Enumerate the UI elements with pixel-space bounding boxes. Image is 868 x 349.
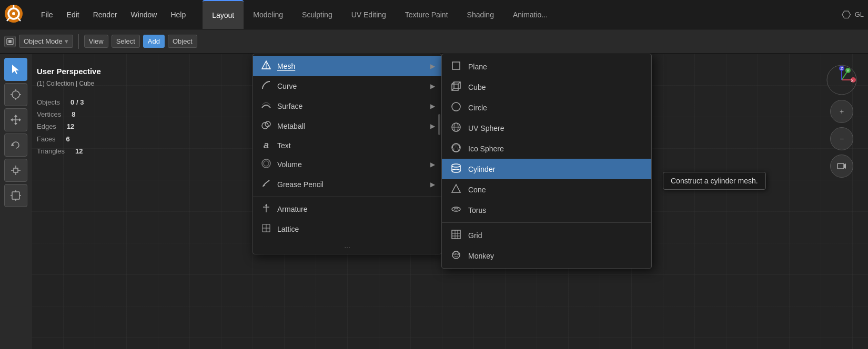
metaball-label: Metaball <box>277 122 305 130</box>
submenu-item-uv-sphere[interactable]: UV Sphere <box>442 118 651 138</box>
menu-item-surface[interactable]: Surface ▶ <box>253 96 441 116</box>
tab-layout[interactable]: Layout <box>203 0 244 29</box>
svg-point-73 <box>452 143 460 152</box>
svg-point-80 <box>452 169 460 172</box>
text-label: Text <box>277 141 291 150</box>
volume-arrow: ▶ <box>430 161 435 168</box>
lattice-label: Lattice <box>277 225 299 233</box>
tab-texture-paint[interactable]: Texture Paint <box>396 0 458 29</box>
curve-icon <box>260 80 272 93</box>
select-button[interactable]: Select <box>112 35 140 48</box>
tab-sculpting[interactable]: Sculpting <box>292 0 342 29</box>
menu-item-curve[interactable]: Curve ▶ <box>253 76 441 96</box>
faces-value: 6 <box>66 133 69 145</box>
menu-item-lattice[interactable]: Lattice <box>253 219 441 239</box>
tab-modeling[interactable]: Modeling <box>244 0 292 29</box>
uv-sphere-label: UV Sphere <box>468 124 504 132</box>
submenu-item-cylinder[interactable]: Cylinder <box>442 159 651 179</box>
add-button[interactable]: Add <box>143 35 165 48</box>
svg-marker-21 <box>19 118 21 121</box>
submenu-item-ico-sphere[interactable]: Ico Sphere <box>442 138 651 159</box>
tool-rotate[interactable] <box>4 134 27 157</box>
cone-label: Cone <box>468 186 486 194</box>
tool-scale[interactable] <box>4 159 27 182</box>
volume-label: Volume <box>277 160 302 169</box>
svg-point-83 <box>454 208 458 210</box>
stats-objects: Objects 0 / 3 <box>37 96 101 108</box>
select-label: Select <box>116 37 135 45</box>
viewport[interactable]: User Perspective (1) Collection | Cube O… <box>0 54 868 349</box>
objects-value: 0 / 3 <box>70 96 84 108</box>
submenu-item-torus[interactable]: Torus <box>442 200 651 220</box>
tab-animation[interactable]: Animatio... <box>503 0 557 29</box>
menu-item-armature[interactable]: Armature <box>253 199 441 219</box>
menu-scrollbar[interactable] <box>438 114 440 135</box>
svg-text:Z: Z <box>841 66 843 71</box>
grid-label: Grid <box>468 231 482 240</box>
submenu-item-circle[interactable]: Circle <box>442 97 651 118</box>
blender-logo[interactable] <box>4 4 29 25</box>
svg-marker-20 <box>11 118 13 121</box>
svg-point-89 <box>452 251 460 259</box>
submenu-item-monkey[interactable]: Monkey <box>442 245 651 266</box>
cylinder-label: Cylinder <box>468 165 495 173</box>
menu-window[interactable]: Window <box>125 7 164 22</box>
armature-label: Armature <box>277 205 308 213</box>
menu-item-grease-pencil[interactable]: Grease Pencil ▶ <box>253 174 441 194</box>
mode-dropdown-arrow: ▾ <box>65 37 68 45</box>
mesh-submenu: Plane Cube <box>441 54 652 269</box>
svg-marker-10 <box>12 65 19 74</box>
menu-item-metaball[interactable]: Metaball ▶ <box>253 116 441 136</box>
mode-select[interactable]: Object Mode ▾ <box>19 35 73 48</box>
menu-edit[interactable]: Edit <box>60 7 86 22</box>
objects-label: Objects <box>37 96 60 108</box>
cylinder-tooltip: Construct a cylinder mesh. <box>663 172 766 190</box>
tab-uv-editing[interactable]: UV Editing <box>342 0 396 29</box>
menu-item-text[interactable]: a Text <box>253 136 441 155</box>
text-icon: a <box>260 140 272 151</box>
camera-button[interactable] <box>830 155 853 178</box>
submenu-item-grid[interactable]: Grid <box>442 225 651 245</box>
circle-icon <box>449 101 463 114</box>
tooltip-text: Construct a cylinder mesh. <box>671 177 758 185</box>
stats-edges: Edges 12 <box>37 120 101 132</box>
circle-label: Circle <box>468 104 487 112</box>
tool-cursor[interactable] <box>4 83 27 106</box>
tool-select[interactable] <box>4 58 27 81</box>
svg-rect-43 <box>837 163 844 169</box>
menu-item-volume[interactable]: Volume ▶ <box>253 155 441 174</box>
svg-rect-84 <box>452 230 460 239</box>
submenu-item-plane[interactable]: Plane <box>442 56 651 77</box>
menu-file[interactable]: File <box>35 7 59 22</box>
tab-shading[interactable]: Shading <box>458 0 503 29</box>
object-mode-icon <box>4 36 16 47</box>
surface-icon <box>260 100 272 112</box>
mesh-label: Mesh <box>277 62 295 70</box>
ico-sphere-label: Ico Sphere <box>468 145 504 153</box>
grease-pencil-icon <box>260 178 272 191</box>
menu-help[interactable]: Help <box>164 7 192 22</box>
cube-label: Cube <box>468 83 486 91</box>
axis-gizmo[interactable]: X Y Z <box>826 64 857 96</box>
svg-text:X: X <box>851 78 854 83</box>
svg-point-90 <box>453 253 456 255</box>
submenu-item-cone[interactable]: Cone <box>442 179 651 200</box>
zoom-in-button[interactable]: + <box>830 100 853 123</box>
object-label: Object <box>173 37 193 45</box>
global-orientation[interactable]: GL <box>855 11 864 18</box>
top-bar: File Edit Render Window Help Layout Mode… <box>0 0 868 29</box>
scene-properties-icon[interactable]: ⎔ <box>842 8 851 21</box>
mesh-icon <box>260 60 272 73</box>
menu-item-mesh[interactable]: Mesh ▶ <box>253 56 441 76</box>
viewport-gizmos: X Y Z + − <box>826 64 857 178</box>
icosphere-icon <box>449 142 463 155</box>
zoom-out-button[interactable]: − <box>830 127 853 150</box>
menu-render[interactable]: Render <box>87 7 124 22</box>
tool-move[interactable] <box>4 108 27 131</box>
view-button[interactable]: View <box>84 35 108 48</box>
tool-transform[interactable] <box>4 184 27 207</box>
object-button[interactable]: Object <box>168 35 197 48</box>
svg-rect-23 <box>14 168 18 172</box>
submenu-item-cube[interactable]: Cube <box>442 77 651 97</box>
triangles-value: 12 <box>75 145 83 157</box>
